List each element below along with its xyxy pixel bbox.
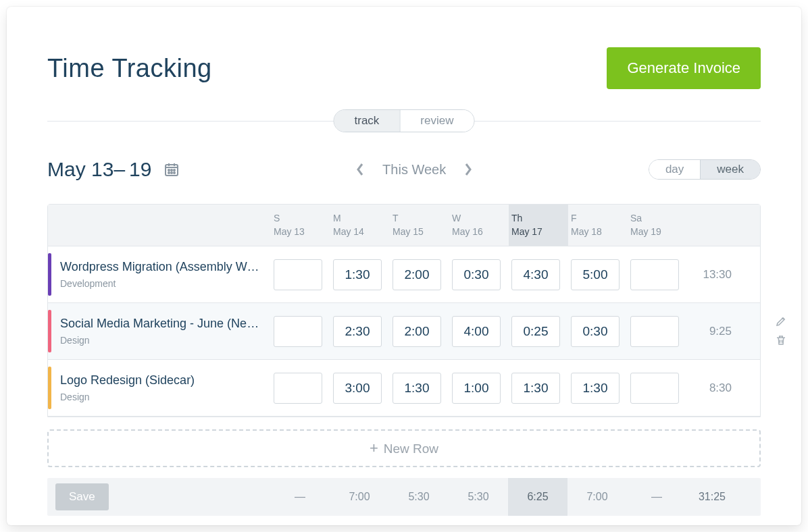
project-color-bar (48, 253, 51, 296)
project-color-bar (48, 367, 51, 409)
col-total: 7:00 (567, 491, 627, 503)
task-category: Design (60, 392, 261, 402)
next-week-button[interactable] (463, 162, 473, 177)
time-input[interactable] (333, 259, 382, 290)
day-header: FMay 18 (568, 212, 628, 238)
footer-row: Save — 7:00 5:30 5:30 6:25 7:00 — 31:25 (47, 478, 761, 516)
col-total: 5:30 (449, 491, 508, 503)
time-input[interactable] (452, 316, 501, 347)
tab-review[interactable]: review (399, 110, 474, 132)
trash-icon[interactable] (775, 334, 787, 346)
task-category: Development (60, 278, 261, 289)
day-header: MMay 14 (330, 212, 390, 238)
time-input[interactable] (393, 259, 441, 290)
time-input[interactable] (333, 316, 382, 347)
col-total: — (627, 491, 686, 503)
time-tracking-panel: Time Tracking Generate Invoice track rev… (7, 7, 801, 525)
task-name: Wordpress Migration (Assembly We… (60, 260, 261, 274)
time-input[interactable] (571, 316, 620, 347)
page-title: Time Tracking (47, 54, 212, 83)
generate-invoice-button[interactable]: Generate Invoice (607, 47, 761, 89)
day-header: TMay 15 (390, 212, 449, 238)
time-grid: SMay 13 MMay 14 TMay 15 WMay 16 ThMay 17… (47, 204, 761, 417)
view-day-button[interactable]: day (649, 160, 700, 179)
calendar-icon[interactable] (163, 161, 180, 178)
mode-toggle: track review (334, 109, 475, 132)
project-color-bar (48, 310, 51, 352)
time-input[interactable] (393, 373, 441, 404)
time-input[interactable] (511, 259, 560, 290)
time-input[interactable] (274, 316, 322, 347)
grid-header: SMay 13 MMay 14 TMay 15 WMay 16 ThMay 17… (48, 205, 760, 246)
svg-point-1 (168, 169, 170, 171)
row-total: 8:30 (687, 381, 734, 395)
week-nav-label: This Week (382, 162, 446, 178)
time-input[interactable] (630, 259, 679, 290)
time-input[interactable] (571, 259, 620, 290)
save-button[interactable]: Save (55, 483, 109, 510)
table-row: Wordpress Migration (Assembly We…Develop… (48, 246, 760, 303)
grand-total: 31:25 (686, 491, 734, 503)
row-total: 9:25 (687, 325, 734, 338)
time-input[interactable] (511, 373, 560, 404)
task-name: Social Media Marketing - June (Neu…) (60, 317, 261, 331)
task-category: Design (60, 335, 261, 346)
row-total: 13:30 (687, 268, 734, 282)
view-toggle: day week (649, 159, 761, 180)
table-row: Social Media Marketing - June (Neu…)Desi… (48, 303, 760, 360)
task-cell: Social Media Marketing - June (Neu…)Desi… (48, 303, 271, 359)
week-nav: This Week (355, 162, 473, 178)
day-header: WMay 16 (449, 212, 509, 238)
time-input[interactable] (333, 373, 382, 404)
col-total: — (270, 491, 330, 503)
tab-track[interactable]: track (334, 110, 400, 132)
task-cell: Wordpress Migration (Assembly We…Develop… (48, 246, 271, 302)
svg-point-3 (174, 169, 175, 171)
svg-point-6 (174, 172, 175, 174)
time-input[interactable] (571, 373, 620, 404)
plus-icon: + (370, 440, 378, 456)
col-total: 5:30 (389, 491, 449, 503)
day-header-active: ThMay 17 (509, 205, 568, 246)
edit-icon[interactable] (775, 315, 787, 327)
time-input[interactable] (452, 373, 501, 404)
date-range: May 13– 19 (47, 158, 180, 181)
date-range-label: May 13– 19 (47, 158, 151, 181)
view-week-button[interactable]: week (700, 160, 760, 179)
time-input[interactable] (274, 259, 322, 290)
time-input[interactable] (511, 316, 560, 347)
time-input[interactable] (452, 259, 501, 290)
svg-point-4 (168, 172, 170, 174)
time-input[interactable] (630, 316, 679, 347)
task-name: Logo Redesign (Sidecar) (60, 373, 261, 388)
new-row-button[interactable]: +New Row (47, 429, 761, 467)
time-input[interactable] (274, 373, 322, 404)
col-total: 7:00 (330, 491, 389, 503)
time-input[interactable] (630, 373, 679, 404)
svg-point-5 (171, 172, 172, 174)
table-row: Logo Redesign (Sidecar)Design8:30 (48, 360, 760, 417)
day-header: SaMay 19 (628, 212, 687, 238)
col-total-active: 6:25 (508, 478, 567, 516)
prev-week-button[interactable] (355, 162, 365, 177)
task-cell: Logo Redesign (Sidecar)Design (48, 360, 271, 416)
day-header: SMay 13 (271, 212, 330, 238)
svg-point-2 (171, 169, 172, 171)
time-input[interactable] (393, 316, 441, 347)
